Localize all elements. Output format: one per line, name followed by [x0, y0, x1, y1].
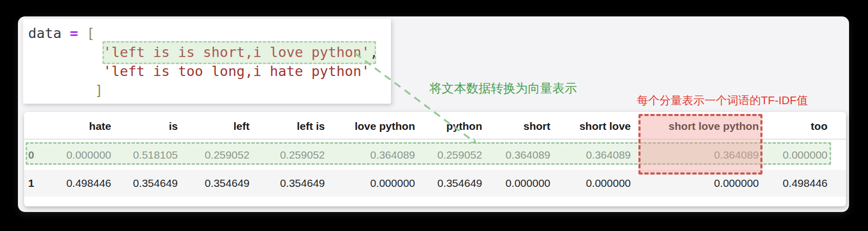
cell-value: 0.354649 — [178, 170, 250, 197]
string-literal-2: 'left is too long,i hate python' — [103, 63, 369, 79]
tfidf-column-highlight-box — [638, 114, 762, 175]
string-literal-1: 'left is is short,i love python' — [103, 44, 369, 60]
code-line-2: 'left is is short,i love python', — [28, 43, 378, 62]
vectorize-annotation: 将文本数据转换为向量表示 — [429, 80, 577, 97]
comma: , — [369, 44, 378, 60]
column-header-hate: hate — [45, 114, 111, 139]
close-bracket: ] — [95, 82, 103, 98]
cell-value: 0.000000 — [482, 170, 550, 197]
row-index: 1 — [24, 170, 45, 197]
code-cell[interactable]: data = ['left is is short,i love python'… — [23, 19, 391, 104]
code-line-1: data = [ — [28, 24, 378, 43]
cell-value: 0.498446 — [759, 170, 828, 197]
assign-operator: = — [70, 25, 78, 41]
column-header-love-python: love python — [325, 114, 415, 139]
variable-name: data — [28, 25, 61, 41]
index-header — [24, 114, 45, 139]
spacer-cell — [828, 170, 846, 197]
column-header-too: too — [759, 114, 828, 139]
spacer-header — [828, 114, 846, 139]
cell-value: 0.354649 — [111, 170, 178, 197]
column-header-is: is — [111, 114, 178, 139]
cell-value: 0.354649 — [415, 170, 482, 197]
tfidf-annotation: 每个分量表示一个词语的TF-IDF值 — [637, 93, 808, 108]
code-block: data = ['left is is short,i love python'… — [28, 24, 378, 100]
cell-value: 0.498446 — [45, 170, 111, 197]
screenshot-stage: data = ['left is is short,i love python'… — [0, 0, 868, 231]
code-line-3: 'left is too long,i hate python' — [28, 62, 378, 81]
column-header-python: python — [415, 114, 482, 139]
cell-value: 0.000000 — [550, 170, 631, 197]
cell-value: 0.354649 — [250, 170, 325, 197]
column-header-short: short — [482, 114, 550, 139]
column-header-left-is: left is — [250, 114, 325, 139]
code-line-4: ] — [28, 81, 378, 100]
cell-value: 0.000000 — [325, 170, 415, 197]
column-header-short-love: short love — [550, 114, 631, 139]
open-bracket: [ — [87, 25, 95, 41]
column-header-left: left — [178, 114, 250, 139]
